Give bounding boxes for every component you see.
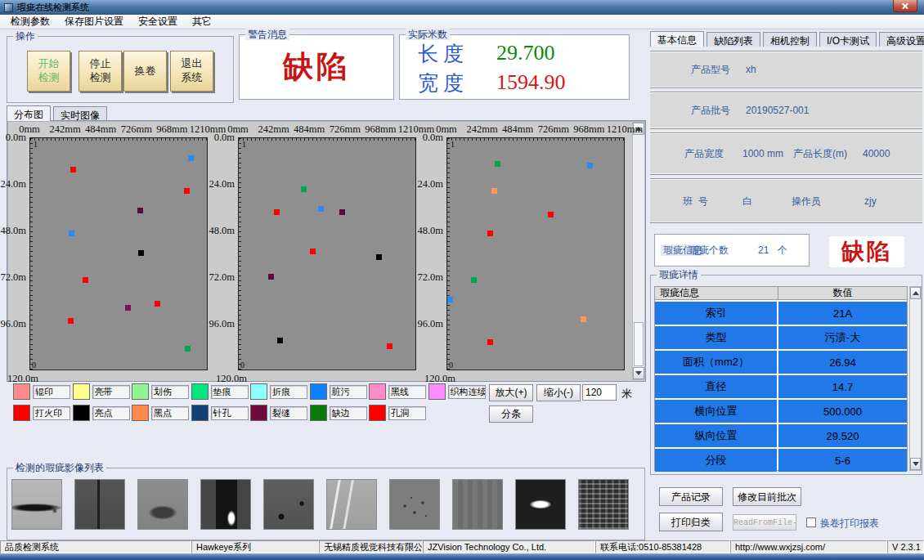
tab-realtime-image[interactable]: 实时图像: [53, 106, 107, 121]
scrollbar-thumb[interactable]: [634, 322, 644, 366]
flaw-count-unit: 个: [778, 244, 787, 258]
tab-io-test[interactable]: I/O卡测试: [819, 32, 877, 47]
legend-label: 孔洞: [388, 406, 426, 420]
zoom-out-button[interactable]: 缩小(-): [536, 384, 581, 401]
defect-point: [487, 339, 493, 345]
defect-image-10[interactable]: [578, 479, 629, 530]
print-sort-button[interactable]: 打印归类: [659, 513, 723, 531]
status-segment-2: Hawkeye系列: [191, 540, 319, 553]
chart-vertical-scrollbar[interactable]: [632, 122, 645, 380]
defect-point: [471, 277, 477, 283]
operation-group: 操作 开始 检测停止 检测换卷退出 系统: [7, 36, 234, 103]
y-axis-tick-label: 72.0m: [205, 271, 235, 284]
flaw-detail-row[interactable]: 分段5-6: [655, 449, 907, 472]
product-batch-label: 产品批号: [691, 104, 730, 118]
tab-advanced-settings[interactable]: 高级设置: [879, 32, 924, 47]
defect-point: [548, 212, 554, 217]
shift-label: 班 号: [683, 194, 708, 208]
defect-point: [83, 277, 88, 283]
close-icon: [902, 2, 909, 10]
legend-item: 黑线: [369, 383, 428, 400]
product-length-value: 40000: [863, 148, 890, 159]
product-model-row: 产品型号 xh: [650, 51, 922, 88]
product-width-label: 产品宽度: [684, 147, 724, 161]
legend-label: 织构连续: [448, 385, 486, 399]
defect-image-2[interactable]: [74, 479, 125, 530]
menu-item-4[interactable]: 其它: [185, 14, 219, 29]
x-axis-tick-label: 242mm: [258, 123, 289, 136]
legend-item: 黑点: [132, 405, 191, 421]
start-detect-button[interactable]: 开始 检测: [27, 51, 70, 92]
defect-point: [447, 297, 453, 302]
scroll-down-button[interactable]: [633, 367, 644, 379]
legend-color-swatch: [191, 383, 209, 400]
y-axis-tick-label: 0.0m: [205, 132, 235, 144]
defect-image-4[interactable]: [200, 479, 251, 530]
reprint-report-checkbox[interactable]: [806, 517, 816, 527]
legend-label: 黑线: [388, 385, 426, 399]
defect-image-8[interactable]: [452, 479, 503, 530]
y-axis-tick-label: 0.0m: [414, 132, 443, 144]
defect-point: [581, 316, 586, 322]
flaw-attribute-value: 500.000: [778, 400, 907, 423]
close-button[interactable]: [893, 0, 917, 12]
split-strip-button[interactable]: 分条: [489, 405, 533, 423]
width-value: 1594.90: [496, 70, 566, 95]
flaw-detail-row[interactable]: 横向位置500.000: [655, 400, 907, 423]
meter-range-input[interactable]: [582, 384, 617, 401]
warning-group: 警告消息 缺陷: [239, 34, 394, 100]
defect-point: [339, 209, 345, 215]
width-label: 宽度: [418, 69, 496, 96]
operator-label: 操作员: [792, 194, 821, 208]
legend-label: 辊印: [33, 385, 70, 399]
defect-image-7[interactable]: [389, 479, 440, 530]
defect-image-1[interactable]: [11, 479, 62, 530]
defect-point: [185, 346, 191, 352]
legend-item: 划伤: [132, 383, 191, 400]
plot-corner-label: 0: [240, 361, 244, 370]
defect-image-3[interactable]: [137, 479, 188, 530]
defect-point: [487, 231, 493, 236]
flaw-table-header-value: 数值: [778, 287, 907, 299]
defect-point: [277, 338, 283, 343]
menu-item-2[interactable]: 保存图片设置: [57, 14, 131, 29]
defect-image-6[interactable]: [326, 479, 377, 530]
exit-system-button[interactable]: 退出 系统: [170, 51, 213, 92]
x-axis-tick-label: 484mm: [502, 123, 533, 136]
flaw-detail-row[interactable]: 面积（mm2）26.94: [655, 351, 907, 374]
chevron-down-icon: [635, 371, 642, 375]
stop-detect-button[interactable]: 停止 检测: [78, 51, 122, 92]
legend-label: 黑点: [151, 406, 189, 420]
defect-image-9[interactable]: [515, 479, 566, 530]
zoom-in-button[interactable]: 放大(+): [489, 384, 533, 401]
flaw-detail-row[interactable]: 纵向位置29.520: [655, 424, 907, 447]
legend-item: 折痕: [250, 383, 310, 400]
modify-batch-button[interactable]: 修改目前批次: [733, 487, 801, 506]
table-vertical-scrollbar[interactable]: [909, 286, 922, 471]
plot-corner-label: 0: [32, 361, 36, 370]
y-axis-tick-label: 24.0m: [0, 178, 26, 190]
defect-point: [138, 250, 144, 256]
operator-value: zjy: [864, 195, 877, 207]
menu-item-3[interactable]: 安全设置: [131, 14, 185, 29]
defect-image-5[interactable]: [263, 479, 314, 530]
tab-camera-control[interactable]: 相机控制: [763, 32, 817, 47]
tab-distribution-map[interactable]: 分布图: [7, 105, 51, 121]
flaw-detail-row[interactable]: 索引21A: [655, 302, 907, 325]
flaw-detail-row[interactable]: 直径14.7: [655, 375, 907, 398]
defect-point: [491, 188, 497, 194]
table-scroll-down-button[interactable]: [910, 458, 921, 470]
legend-label: 裂缝: [270, 406, 307, 420]
menu-item-1[interactable]: 检测参数: [3, 14, 57, 29]
table-scroll-up-button[interactable]: [910, 287, 921, 299]
tab-defect-list[interactable]: 缺陷列表: [706, 32, 760, 47]
menu-bar: 检测参数保存图片设置安全设置其它: [0, 15, 924, 29]
flaw-table-header-info: 瑕疵信息: [655, 287, 778, 299]
change-roll-button[interactable]: 换卷: [123, 51, 167, 92]
window-title: 瑕疵在线检测系统: [17, 2, 89, 14]
defect-alert: 缺陷: [829, 236, 904, 267]
flaw-detail-row[interactable]: 类型污渍-大: [655, 326, 907, 349]
product-record-button[interactable]: 产品记录: [659, 487, 723, 506]
tab-basic-info[interactable]: 基本信息: [650, 31, 704, 47]
length-label: 长度: [418, 40, 496, 67]
